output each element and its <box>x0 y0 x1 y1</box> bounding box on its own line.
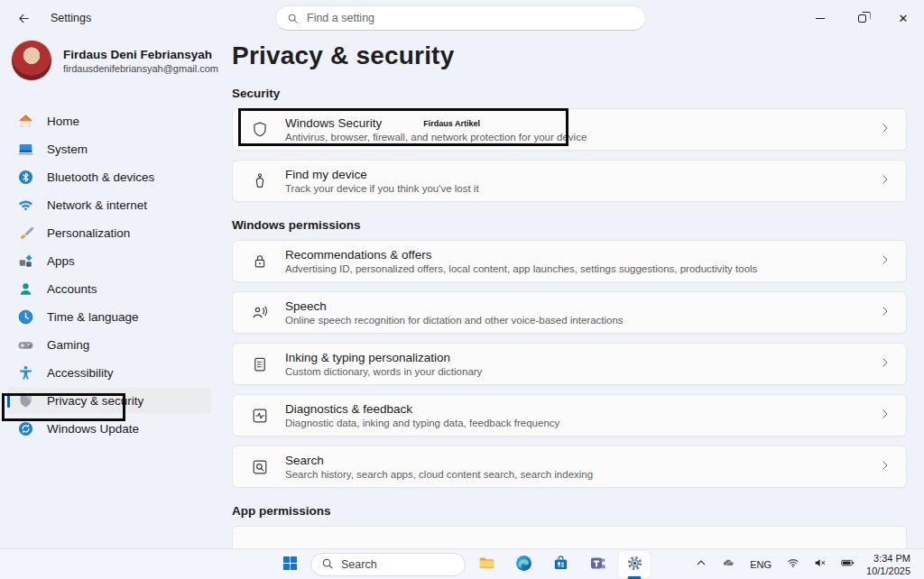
minimize-icon <box>816 18 825 19</box>
tray-volume-muted-button[interactable] <box>808 552 832 577</box>
settings-search-input[interactable] <box>307 12 634 24</box>
search-icon <box>287 13 299 24</box>
battery-icon <box>840 556 855 574</box>
user-profile[interactable]: Firdaus Deni Febriansyah firdausdenifebr… <box>11 40 218 81</box>
settings-row-speech[interactable]: SpeechOnline speech recognition for dict… <box>232 291 907 334</box>
settings-row-recommendations-and-offers[interactable]: Recommendations & offersAdvertising ID, … <box>232 240 907 282</box>
sidebar-item-label: Personalization <box>47 226 130 240</box>
close-button[interactable]: ✕ <box>882 0 924 36</box>
close-icon: ✕ <box>899 13 909 24</box>
system-icon <box>17 141 34 158</box>
row-description: Custom dictionary, words in your diction… <box>285 366 879 377</box>
sidebar-item-home[interactable]: Home <box>7 107 211 134</box>
row-texts: Recommendations & offersAdvertising ID, … <box>285 248 879 274</box>
settings-search-box[interactable] <box>275 5 646 31</box>
chevron-up-icon <box>694 556 708 574</box>
privacy-shield-icon <box>17 392 34 409</box>
onedrive-cloud-icon <box>721 556 735 574</box>
settings-row-windows-security[interactable]: Windows SecurityFirdaus ArtikelAntivirus… <box>232 108 907 151</box>
tray-battery-button[interactable] <box>836 552 859 577</box>
row-title: Find my device <box>285 168 367 181</box>
restore-icon <box>858 14 866 23</box>
section-cards-app-permissions <box>232 526 907 548</box>
personalization-icon <box>17 225 34 242</box>
section-cards-windows-permissions: Recommendations & offersAdvertising ID, … <box>232 240 907 488</box>
sidebar-item-label: Network & internet <box>47 198 147 212</box>
teams-icon <box>588 554 607 576</box>
language-indicator[interactable]: ENG <box>744 552 778 577</box>
tray-onedrive-icon-button[interactable] <box>716 552 740 577</box>
tray-chevron-up-button[interactable] <box>689 552 713 577</box>
lock-outline-icon <box>249 251 271 272</box>
taskbar-app-settings[interactable] <box>618 551 651 578</box>
microsoft-store-icon <box>551 554 570 576</box>
taskbar-app-teams[interactable] <box>581 551 614 578</box>
sidebar-item-accounts[interactable]: Accounts <box>7 275 211 302</box>
settings-row-inking-and-typing-personalization[interactable]: Inking & typing personalizationCustom di… <box>232 343 907 385</box>
row-description: Search history, search apps, cloud conte… <box>285 469 879 480</box>
row-title-line: Search <box>285 454 879 467</box>
sidebar-item-time-and-language[interactable]: Time & language <box>7 303 211 330</box>
restore-button[interactable] <box>841 0 882 36</box>
sidebar-item-accessibility[interactable]: Accessibility <box>7 359 211 386</box>
sidebar-item-gaming[interactable]: Gaming <box>7 331 211 358</box>
sidebar-item-personalization[interactable]: Personalization <box>7 219 211 246</box>
inking-icon <box>249 354 271 375</box>
chevron-right-icon <box>879 253 892 270</box>
minimize-button[interactable] <box>799 0 841 36</box>
row-description: Diagnostic data, inking and typing data,… <box>285 418 879 428</box>
start-button[interactable] <box>273 551 306 578</box>
row-texts: Windows SecurityFirdaus ArtikelAntivirus… <box>285 116 879 142</box>
row-description: Antivirus, browser, firewall, and networ… <box>285 132 879 142</box>
accounts-icon <box>17 280 34 298</box>
taskbar-app-microsoft-store[interactable] <box>544 551 577 578</box>
back-button[interactable] <box>11 5 36 31</box>
avatar <box>11 40 52 81</box>
speech-icon <box>249 302 271 324</box>
taskbar-search[interactable]: Search <box>310 553 466 576</box>
sidebar-item-bluetooth-and-devices[interactable]: Bluetooth & devices <box>7 163 211 190</box>
home-icon <box>17 113 34 130</box>
taskbar-app-file-explorer[interactable] <box>470 551 503 578</box>
sidebar-item-label: Apps <box>47 254 75 268</box>
row-title-line: Recommendations & offers <box>285 248 879 262</box>
time-language-icon <box>17 308 34 326</box>
sidebar-item-system[interactable]: System <box>7 135 211 162</box>
sidebar-item-label: Gaming <box>47 338 89 352</box>
sidebar-item-apps[interactable]: Apps <box>7 247 211 274</box>
chevron-right-icon <box>879 408 892 424</box>
accessibility-icon <box>17 364 34 381</box>
row-title-line: Windows SecurityFirdaus Artikel <box>285 116 879 130</box>
start-icon <box>281 554 300 576</box>
settings-row-partial[interactable] <box>232 526 907 548</box>
row-description: Track your device if you think you've lo… <box>285 183 879 194</box>
settings-row-find-my-device[interactable]: Find my deviceTrack your device if you t… <box>232 160 907 202</box>
sidebar: Firdaus Deni Febriansyah firdausdenifebr… <box>0 36 226 548</box>
sidebar-item-privacy-and-security[interactable]: Privacy & security <box>7 387 211 414</box>
row-texts: Find my deviceTrack your device if you t… <box>285 168 879 194</box>
user-email: firdausdenifebriansyah@gmail.com <box>63 63 218 74</box>
settings-window: Settings ✕ Firdaus Deni Febriansyah fird… <box>0 0 924 579</box>
sidebar-item-label: Windows Update <box>47 422 139 436</box>
tray-wifi-button[interactable] <box>781 552 805 577</box>
chevron-right-icon <box>879 173 892 189</box>
row-title: Windows Security <box>285 116 382 130</box>
titlebar: Settings ✕ <box>0 0 924 36</box>
settings-row-search[interactable]: SearchSearch history, search apps, cloud… <box>232 446 907 488</box>
chevron-right-icon <box>879 459 892 475</box>
settings-row-diagnostics-and-feedback[interactable]: Diagnostics & feedbackDiagnostic data, i… <box>232 394 907 437</box>
sidebar-item-label: Privacy & security <box>47 394 143 408</box>
sidebar-item-network-and-internet[interactable]: Network & internet <box>7 191 211 218</box>
selection-indicator <box>7 393 10 408</box>
sidebar-item-windows-update[interactable]: Windows Update <box>7 415 211 442</box>
taskbar-app-edge[interactable] <box>507 551 540 578</box>
row-description: Online speech recognition for dictation … <box>285 315 879 326</box>
taskbar-search-label: Search <box>341 558 377 571</box>
section-cards-security: Windows SecurityFirdaus ArtikelAntivirus… <box>232 108 907 202</box>
sidebar-item-label: Bluetooth & devices <box>47 170 154 184</box>
row-texts: Inking & typing personalizationCustom di… <box>285 351 879 377</box>
row-title-line: Inking & typing personalization <box>285 351 879 364</box>
clock[interactable]: 3:34 PM10/1/2025 <box>863 552 914 578</box>
user-name: Firdaus Deni Febriansyah <box>63 48 218 61</box>
bluetooth-icon <box>17 169 34 186</box>
